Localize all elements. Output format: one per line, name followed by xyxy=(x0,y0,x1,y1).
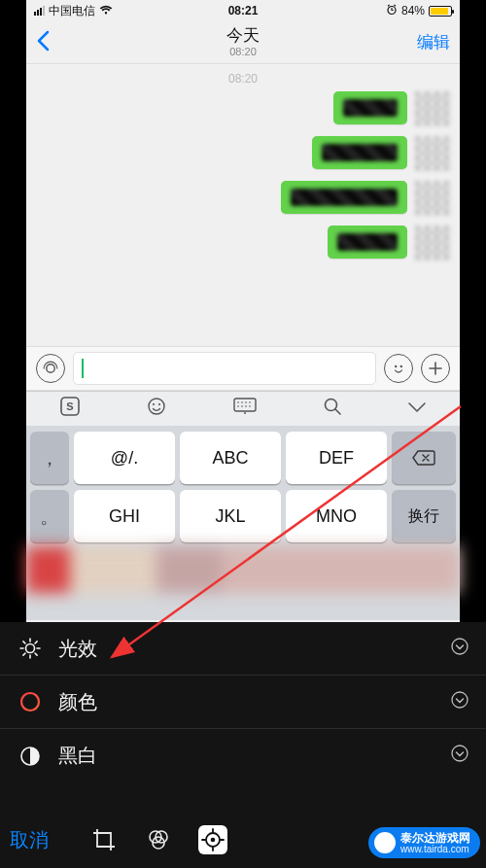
svg-point-3 xyxy=(400,365,402,367)
edit-button[interactable]: 编辑 xyxy=(411,31,450,53)
status-bar: 中国电信 08:21 84% xyxy=(26,0,460,21)
svg-point-15 xyxy=(241,405,243,407)
status-time: 08:21 xyxy=(228,4,259,17)
brightness-icon xyxy=(17,636,43,661)
edit-row-color[interactable]: 颜色 xyxy=(0,676,486,729)
cancel-button[interactable]: 取消 xyxy=(10,827,49,853)
message-input[interactable] xyxy=(73,352,376,385)
svg-point-14 xyxy=(237,405,239,407)
svg-point-12 xyxy=(245,401,247,403)
battery-icon xyxy=(429,6,452,17)
svg-point-23 xyxy=(452,692,468,708)
svg-point-1 xyxy=(47,365,54,372)
message-row xyxy=(36,226,450,260)
svg-point-8 xyxy=(158,403,160,405)
signal-icon xyxy=(34,6,45,16)
plus-icon[interactable] xyxy=(421,354,450,383)
key-def[interactable]: DEF xyxy=(286,432,387,484)
edit-row-label: 光效 xyxy=(58,636,97,662)
svg-point-10 xyxy=(237,401,239,403)
avatar[interactable] xyxy=(415,91,450,126)
edit-row-label: 颜色 xyxy=(58,689,97,715)
svg-point-11 xyxy=(241,401,243,403)
key-jkl[interactable]: JKL xyxy=(180,490,281,542)
svg-point-30 xyxy=(211,838,216,843)
message-row xyxy=(36,136,450,171)
watermark-name: 泰尔达游戏网 xyxy=(400,832,470,844)
voice-input-icon[interactable] xyxy=(36,354,65,383)
message-row xyxy=(36,181,450,216)
avatar[interactable] xyxy=(415,181,450,216)
svg-point-22 xyxy=(21,693,39,711)
filters-icon[interactable] xyxy=(144,825,173,854)
search-icon[interactable] xyxy=(323,397,342,421)
svg-text:S: S xyxy=(66,400,73,412)
edit-row-label: 黑白 xyxy=(58,743,97,769)
keyboard-switch-icon[interactable] xyxy=(233,398,257,420)
message-bubble[interactable] xyxy=(281,181,407,214)
chevron-down-icon[interactable] xyxy=(407,399,427,419)
svg-point-7 xyxy=(153,403,155,405)
svg-rect-9 xyxy=(234,399,256,411)
key-ghi[interactable]: GHI xyxy=(74,490,175,542)
nav-bar: 今天 08:20 编辑 xyxy=(26,21,460,64)
chevron-down-icon xyxy=(451,638,469,660)
key-mno[interactable]: MNO xyxy=(286,490,387,542)
carrier-label: 中国电信 xyxy=(49,3,95,19)
return-key[interactable]: 换行 xyxy=(392,490,456,542)
keyboard-toolbar: S xyxy=(26,391,460,426)
input-bar xyxy=(26,346,460,391)
svg-point-13 xyxy=(249,401,251,403)
message-row xyxy=(36,91,450,126)
key-at[interactable]: @/. xyxy=(74,432,175,484)
svg-point-25 xyxy=(452,746,468,761)
key-comma[interactable]: ， xyxy=(30,432,69,484)
avatar[interactable] xyxy=(415,136,450,171)
edit-panel: 光效 颜色 黑白 xyxy=(0,622,486,812)
svg-point-2 xyxy=(395,365,397,367)
key-period[interactable]: 。 xyxy=(30,490,69,542)
message-bubble[interactable] xyxy=(328,226,407,259)
svg-point-16 xyxy=(245,405,247,407)
chevron-down-icon xyxy=(451,691,469,713)
redacted-row xyxy=(26,546,460,593)
svg-point-21 xyxy=(452,639,468,654)
message-bubble[interactable] xyxy=(312,136,407,169)
crop-icon[interactable] xyxy=(89,825,119,854)
back-button[interactable] xyxy=(36,27,75,58)
emoji-icon[interactable] xyxy=(384,354,413,383)
avatar[interactable] xyxy=(415,226,450,260)
chevron-down-icon xyxy=(451,745,469,767)
edit-row-bw[interactable]: 黑白 xyxy=(0,729,486,782)
nav-subtitle: 08:20 xyxy=(75,46,411,58)
bw-icon xyxy=(17,744,43,769)
wifi-icon xyxy=(99,4,113,17)
battery-percent: 84% xyxy=(401,4,425,17)
emoji-tab-icon[interactable] xyxy=(146,396,167,422)
svg-point-17 xyxy=(249,405,251,407)
svg-point-6 xyxy=(149,399,164,414)
phone-screen: 中国电信 08:21 84% 今天 08:20 编辑 08:20 xyxy=(26,0,460,622)
watermark-logo xyxy=(374,832,396,853)
nav-title: 今天 xyxy=(75,26,411,46)
color-wheel-icon xyxy=(17,689,43,714)
message-bubble[interactable] xyxy=(333,91,407,124)
adjust-icon[interactable] xyxy=(198,825,227,854)
key-abc[interactable]: ABC xyxy=(180,432,281,484)
alarm-icon xyxy=(386,4,398,18)
watermark: 泰尔达游戏网 www.tairda.com xyxy=(368,827,480,858)
chat-area[interactable]: 08:20 xyxy=(26,64,460,346)
watermark-url: www.tairda.com xyxy=(400,844,470,854)
edit-row-light[interactable]: 光效 xyxy=(0,622,486,676)
backspace-key[interactable] xyxy=(392,432,456,484)
svg-point-20 xyxy=(26,644,35,653)
keyboard: ， @/. ABC DEF 。 GHI JKL MNO 换行 xyxy=(26,426,460,620)
chat-timestamp: 08:20 xyxy=(36,72,450,86)
sogou-icon[interactable]: S xyxy=(59,396,81,422)
